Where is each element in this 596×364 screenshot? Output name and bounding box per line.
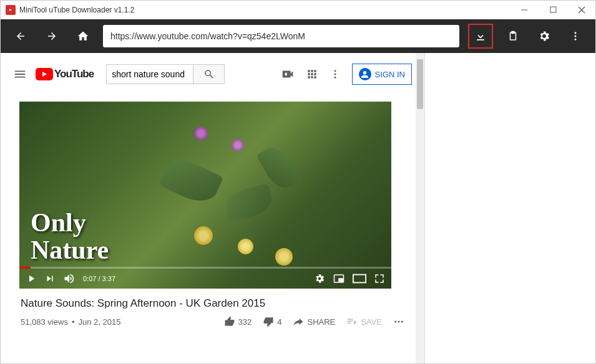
- overlay-line1: Only: [31, 209, 109, 236]
- miniplayer-icon[interactable]: [333, 273, 345, 284]
- youtube-logo[interactable]: YouTube: [36, 68, 94, 80]
- create-video-icon[interactable]: [281, 67, 295, 81]
- svg-rect-14: [353, 275, 366, 283]
- svg-point-9: [334, 70, 336, 72]
- settings-button[interactable]: [533, 25, 555, 47]
- download-button[interactable]: [468, 24, 493, 49]
- save-button[interactable]: SAVE: [346, 316, 382, 327]
- window-title: MiniTool uTube Downloader v1.1.2: [19, 6, 134, 14]
- options-icon[interactable]: [330, 69, 341, 80]
- svg-point-6: [575, 32, 577, 34]
- maximize-button[interactable]: [544, 4, 562, 16]
- svg-point-15: [394, 321, 396, 323]
- svg-point-16: [398, 321, 400, 323]
- svg-rect-5: [512, 32, 515, 34]
- clipboard-button[interactable]: [502, 25, 524, 47]
- save-label: SAVE: [361, 317, 382, 327]
- video-date: Jun 2, 2015: [78, 317, 120, 327]
- svg-point-10: [334, 74, 336, 75]
- search-input[interactable]: [106, 64, 193, 84]
- svg-point-11: [334, 77, 336, 79]
- app-toolbar: [1, 19, 595, 53]
- svg-rect-1: [550, 7, 556, 12]
- window-titlebar: MiniTool uTube Downloader v1.1.2: [1, 1, 595, 19]
- fullscreen-icon[interactable]: [374, 273, 385, 284]
- youtube-header: YouTube: [8, 59, 417, 89]
- right-pane: [425, 53, 595, 364]
- forward-button[interactable]: [41, 25, 63, 47]
- app-icon: [6, 5, 16, 15]
- like-button[interactable]: 332: [224, 316, 252, 327]
- scrollbar[interactable]: [416, 53, 424, 364]
- minimize-button[interactable]: [515, 4, 533, 16]
- apps-icon[interactable]: [306, 68, 318, 80]
- share-button[interactable]: SHARE: [293, 316, 335, 327]
- overlay-line2: Nature: [31, 236, 109, 264]
- browser-pane: YouTube: [1, 53, 425, 364]
- close-button[interactable]: [573, 4, 590, 16]
- more-actions-icon[interactable]: [393, 316, 404, 327]
- separator-dot: •: [72, 317, 75, 327]
- theater-icon[interactable]: [353, 274, 366, 284]
- video-title: Nature Sounds: Spring Afternoon - UK Gar…: [21, 297, 404, 310]
- share-label: SHARE: [307, 317, 335, 327]
- scrollbar-thumb[interactable]: [417, 59, 423, 109]
- search-button[interactable]: [193, 64, 225, 84]
- back-button[interactable]: [9, 25, 32, 47]
- svg-rect-13: [339, 279, 343, 282]
- person-icon: [359, 68, 371, 80]
- play-icon[interactable]: [26, 273, 37, 284]
- volume-icon[interactable]: [63, 272, 76, 285]
- dislike-button[interactable]: 4: [263, 316, 281, 327]
- more-button[interactable]: [564, 25, 587, 47]
- video-views: 51,083 views: [21, 317, 68, 327]
- menu-icon[interactable]: [13, 67, 27, 81]
- content-area: YouTube: [1, 53, 595, 364]
- url-bar[interactable]: [103, 25, 459, 47]
- svg-point-7: [575, 36, 577, 37]
- video-meta: Nature Sounds: Spring Afternoon - UK Gar…: [21, 297, 404, 327]
- like-count: 332: [238, 317, 252, 327]
- url-input[interactable]: [110, 31, 452, 41]
- dislike-count: 4: [277, 317, 281, 327]
- player-time: 0:07 / 3:37: [83, 275, 115, 282]
- player-controls: 0:07 / 3:37: [19, 269, 391, 289]
- video-player[interactable]: Only Nature 0:07 / 3:37: [19, 102, 391, 289]
- next-icon[interactable]: [44, 273, 56, 284]
- svg-point-8: [575, 39, 577, 41]
- search-box: [106, 64, 225, 84]
- settings-icon[interactable]: [314, 273, 325, 284]
- home-button[interactable]: [72, 25, 94, 47]
- youtube-brand-text: YouTube: [54, 68, 94, 80]
- youtube-play-icon: [36, 68, 53, 80]
- svg-point-17: [401, 321, 403, 323]
- signin-label: SIGN IN: [375, 70, 405, 79]
- video-title-overlay: Only Nature: [31, 209, 109, 264]
- signin-button[interactable]: SIGN IN: [352, 64, 412, 85]
